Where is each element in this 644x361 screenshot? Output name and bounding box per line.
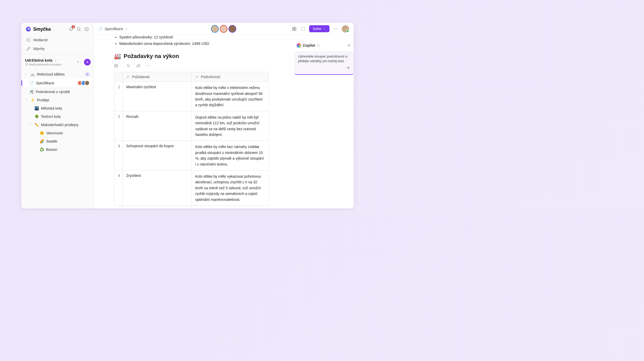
table-row[interactable]: 3 Schopnost stoupání do kopce Kolo eBike…: [114, 141, 268, 170]
recycle-icon: ♻️: [39, 147, 44, 152]
breadcrumb-label: Specifikace: [105, 27, 123, 31]
sidebar-header-actions: 8: [69, 27, 89, 32]
svg-point-19: [334, 28, 335, 29]
content: Systém převodovky: 12 rychlostí Maloobch…: [94, 35, 354, 208]
text-icon: [126, 75, 130, 79]
workspace-section: Udržitelná kola 12 členů pracovního pros…: [21, 54, 93, 68]
cell-req: Rozsah: [123, 111, 192, 141]
face-icon: 🙂: [39, 131, 44, 135]
col-details[interactable]: Podrobnosti: [192, 72, 268, 81]
main: 📄 Specifikace Sdílet: [94, 23, 354, 208]
page-icon: 📄: [29, 81, 34, 85]
tree-manufacturing[interactable]: 🛠️ Podrobnosti o výrobě: [22, 88, 92, 96]
chevron-down-icon: [119, 64, 121, 67]
updown-icon[interactable]: [54, 59, 57, 62]
nav-drafts-label: Návrhy: [33, 47, 45, 51]
arrow-right-icon: [345, 65, 350, 70]
user-avatar[interactable]: [342, 25, 349, 32]
tree-city[interactable]: 🌃 Městská kola: [22, 104, 92, 112]
copilot-title-block: Copilot: [296, 43, 320, 48]
plus-icon: [86, 60, 89, 64]
tree-relecloud[interactable]: › 🚲 Relecloud eBikes 2: [22, 70, 92, 78]
component-button[interactable]: [300, 26, 306, 31]
nav-drafts[interactable]: Návrhy: [23, 44, 91, 53]
table-row[interactable]: 2 Rozsah Dojezd eBike na jedno nabití by…: [114, 111, 268, 141]
col-details-label: Podrobnosti: [201, 75, 220, 79]
presence-avatar[interactable]: [211, 25, 219, 33]
hide-button[interactable]: [136, 63, 141, 68]
cell-det: Kolo eBike by mělo v elektrickém režimu …: [192, 82, 268, 111]
info-icon[interactable]: [317, 44, 320, 47]
tree-city-label: Městská kola: [41, 106, 62, 110]
add-button[interactable]: [84, 59, 91, 65]
tree-seattle[interactable]: 🌈 Seattle: [22, 137, 92, 145]
col-requirement[interactable]: Požadavek: [123, 72, 192, 81]
svg-line-4: [80, 30, 81, 31]
table-row[interactable]: 1 Maximální rychlost Kolo eBike by mělo …: [114, 82, 268, 111]
tree-manufacturing-label: Podrobnosti o výrobě: [36, 90, 70, 94]
tree-sales-label: Prodeje: [37, 98, 49, 102]
presence-avatars: [211, 25, 236, 33]
pencil-icon: ✏️: [34, 123, 39, 127]
breadcrumb[interactable]: 📄 Specifikace: [98, 27, 128, 31]
sidebar-nav: Nedávné Návrhy: [21, 35, 93, 54]
tree-boston[interactable]: ♻️ Boston: [22, 145, 92, 154]
topbar-right: Sdílet: [292, 25, 349, 32]
sort-button[interactable]: [126, 63, 131, 68]
tree-spec-avatars: [79, 80, 90, 86]
tree-terrain[interactable]: 🌳 Terénní kola: [22, 112, 92, 121]
filter-button[interactable]: [76, 60, 81, 65]
pen-icon: [26, 46, 31, 51]
cell-det: Kolo eBike by mělo bez námahy zvládat pr…: [192, 141, 268, 170]
topbar: 📄 Specifikace Sdílet: [94, 23, 354, 35]
grid-icon: [114, 64, 118, 68]
sidebar-header: Smyčka 8: [21, 23, 93, 35]
svg-point-28: [148, 65, 148, 66]
brand[interactable]: Smyčka: [26, 26, 51, 32]
workspace-title[interactable]: Udržitelná kola: [25, 58, 53, 62]
svg-point-3: [77, 28, 80, 30]
notifications-button[interactable]: 8: [69, 27, 74, 32]
tree-spec[interactable]: 📄 Specifikace: [22, 78, 92, 88]
bike-icon: 🚲: [30, 72, 35, 76]
avatar: [84, 80, 90, 86]
chevron-down-icon: [323, 27, 326, 30]
workspace-tree: › 🚲 Relecloud eBikes 2 📄 Specifikace 🛠️ …: [21, 68, 93, 156]
eye-off-icon: [136, 64, 140, 68]
tree-boston-label: Boston: [46, 147, 57, 152]
tree-relecloud-label: Relecloud eBikes: [37, 72, 65, 76]
table-row[interactable]: 4 Zrychlení Kolo eBike by mělo vykazovat…: [114, 170, 268, 206]
tree-vancouver[interactable]: 🙂 Vancouver: [22, 129, 92, 137]
factory-icon: 🏭: [114, 53, 121, 60]
presence-avatar[interactable]: [228, 25, 236, 33]
tree-retail[interactable]: › ✏️ Maloobchodní prodejny: [22, 121, 92, 129]
nav-recent[interactable]: Nedávné: [23, 36, 91, 44]
table-more-button[interactable]: [146, 63, 151, 68]
cell-req: Zrychlení: [123, 170, 192, 206]
requirements-table: Požadavek Podrobnosti 1 Maximální rychlo…: [114, 72, 269, 206]
copilot-close-button[interactable]: [346, 43, 352, 48]
rainbow-icon: 🌈: [39, 139, 44, 143]
keyboard-button[interactable]: [292, 26, 297, 31]
cell-num: 3: [114, 141, 123, 170]
share-button[interactable]: Sdílet: [309, 25, 329, 32]
sidebar: Smyčka 8 Nedávné: [21, 23, 94, 208]
search-button[interactable]: [76, 27, 81, 32]
presence-avatar[interactable]: [220, 25, 227, 33]
copilot-card[interactable]: Upřesněte sloupec podrobností a přidejte…: [294, 51, 354, 75]
bolt-icon: ⚡: [30, 98, 35, 102]
tree-relecloud-count: 2: [85, 72, 90, 76]
svg-rect-16: [292, 29, 294, 30]
tree-seattle-label: Seattle: [46, 139, 57, 143]
view-button[interactable]: [114, 63, 121, 68]
copilot-submit[interactable]: [298, 65, 350, 71]
notification-badge: 8: [72, 25, 75, 28]
tools-icon: 🛠️: [29, 90, 34, 94]
tree-sales[interactable]: › ⚡ Prodeje: [22, 96, 92, 104]
svg-rect-14: [292, 27, 294, 29]
cell-num: 1: [114, 82, 123, 111]
keyboard-icon: [292, 27, 296, 31]
new-tab-button[interactable]: [84, 27, 89, 32]
more-button[interactable]: [333, 26, 338, 31]
page-icon: 📄: [98, 27, 103, 31]
